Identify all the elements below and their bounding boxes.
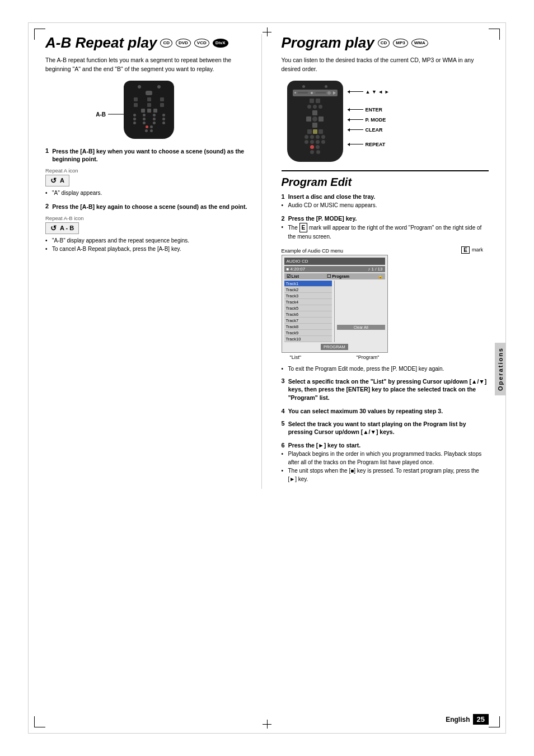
pe-step5-header: 5 Select the track you want to start pla… bbox=[282, 420, 489, 436]
step1-num: 1 bbox=[45, 147, 49, 166]
r-circle-row3 bbox=[293, 140, 338, 144]
rbtn5 bbox=[147, 103, 151, 107]
r-circ11 bbox=[153, 122, 156, 124]
r-circ1 bbox=[133, 114, 136, 116]
step2-icon-display: ↺ A - B bbox=[45, 222, 79, 234]
pe-step4-header: 4 You can select maximum 30 values by re… bbox=[282, 408, 489, 414]
pmode-label: P. MODE bbox=[348, 117, 390, 123]
track-row-8: Track8 bbox=[284, 324, 332, 330]
e-mark-row: E mark bbox=[461, 246, 483, 254]
pe-step6-num: 6 bbox=[282, 442, 285, 449]
repeat-icon: ↺ bbox=[50, 176, 57, 185]
program-remote bbox=[287, 81, 343, 162]
step-1: 1 Press the [A-B] key when you want to c… bbox=[45, 147, 253, 197]
cd-footer-program-btn[interactable]: PROGRAM bbox=[321, 344, 348, 350]
r-btn-row1 bbox=[293, 99, 338, 103]
remote-circles3 bbox=[129, 122, 168, 124]
step2-header: 2 Press the [A-B] key again to choose a … bbox=[45, 203, 253, 213]
ab-repeat-title-text: A-B Repeat play bbox=[45, 34, 157, 52]
dpad-up bbox=[312, 110, 317, 115]
r-c13 bbox=[316, 145, 320, 149]
prog-slot-5 bbox=[337, 305, 385, 311]
step1-icon-text: A bbox=[60, 177, 64, 184]
page-number-section: English 25 bbox=[446, 714, 489, 725]
ab-repeat-title: A-B Repeat play CD DVD VCD DivX bbox=[45, 34, 253, 52]
prog-slot-1 bbox=[337, 281, 385, 287]
cd-footer: PROGRAM bbox=[284, 344, 385, 350]
step1-bullets: "A" display appears. bbox=[45, 189, 253, 197]
rbtn4 bbox=[134, 103, 138, 107]
corner-mark-tr bbox=[489, 29, 500, 40]
r-c14 bbox=[310, 150, 314, 154]
pe-step4: 4 You can select maximum 30 values by re… bbox=[282, 408, 489, 414]
program-play-section: Program play CD MP3 WMA You can listen t… bbox=[282, 34, 489, 483]
pp-format-mp3: MP3 bbox=[393, 39, 407, 48]
r-row-last bbox=[293, 145, 338, 149]
pe-step3-num: 3 bbox=[282, 377, 285, 402]
r-c3 bbox=[318, 105, 322, 109]
r-b5 bbox=[318, 129, 323, 134]
rbtn-fwd bbox=[153, 109, 157, 113]
pp-format-cd: CD bbox=[378, 39, 390, 48]
r-circ15 bbox=[150, 129, 153, 132]
rbtn1 bbox=[134, 97, 138, 101]
step1-header: 1 Press the [A-B] key when you want to c… bbox=[45, 147, 253, 166]
r-c8 bbox=[305, 140, 308, 144]
pe-step1-bullets: Audio CD or MUSIC menu appears. bbox=[282, 201, 489, 209]
corner-mark-br bbox=[489, 716, 500, 727]
repeat-icon2: ↺ bbox=[50, 224, 57, 232]
cd-prog-col: Clear All bbox=[334, 281, 385, 342]
pe-step1-header: 1 Insert a disc and close the tray. bbox=[282, 193, 489, 200]
remote-dot-r bbox=[157, 85, 161, 88]
ab-label-text: A-B bbox=[96, 111, 106, 117]
track-row-6: Track6 bbox=[284, 311, 332, 318]
list-label: "List" bbox=[290, 354, 301, 360]
r-lcd bbox=[293, 90, 338, 96]
clear-line bbox=[348, 129, 363, 130]
r-circ12 bbox=[162, 122, 165, 124]
pe-step6-header: 6 Press the [►] key to start. bbox=[282, 442, 489, 449]
pe-step6-b2: The unit stops when the [■] key is press… bbox=[282, 466, 489, 483]
dpad-e4 bbox=[318, 123, 324, 128]
r-circle-row2 bbox=[293, 135, 338, 139]
cd-col-headers: ☑ List ☐ Program 🔒 bbox=[284, 273, 385, 279]
repeat-text: REPEAT bbox=[366, 142, 386, 147]
right-column: Program play CD MP3 WMA You can listen t… bbox=[279, 34, 489, 489]
step2-note-label: Repeat A-B icon bbox=[45, 215, 253, 221]
r-circ5 bbox=[133, 118, 136, 120]
r-circ8 bbox=[162, 118, 165, 120]
format-dvd: DVD bbox=[176, 39, 191, 48]
cd-sub-right: ♪ 1 / 13 bbox=[368, 267, 382, 272]
repeat-label: REPEAT bbox=[348, 142, 390, 147]
page-num-box: 25 bbox=[473, 714, 489, 725]
prog-slot-2 bbox=[337, 287, 385, 293]
enter-line bbox=[348, 109, 363, 110]
r-circ6 bbox=[143, 118, 146, 120]
r-c1 bbox=[307, 105, 311, 109]
step2-bullet1: "A-B" display appears and the repeat seq… bbox=[45, 236, 253, 245]
pe-step3-title: Select a specific track on the "List" by… bbox=[288, 377, 489, 402]
pmode-text: P. MODE bbox=[366, 117, 386, 123]
clear-all-btn[interactable]: Clear All bbox=[337, 325, 385, 330]
r-top-dots bbox=[293, 85, 338, 88]
dpad-right bbox=[318, 116, 324, 122]
program-play-intro: You can listen to the desired tracks of … bbox=[282, 56, 489, 74]
e-mark-text: mark bbox=[472, 247, 483, 253]
remote-body bbox=[124, 81, 174, 139]
r-c11 bbox=[321, 140, 325, 144]
pe-step3-header: 3 Select a specific track on the "List" … bbox=[282, 377, 489, 402]
cd-menu-labels: "List" "Program" bbox=[282, 354, 388, 360]
pp-format-wma: WMA bbox=[411, 39, 428, 48]
main-content: A-B Repeat play CD DVD VCD DivX The A-B … bbox=[45, 34, 489, 489]
page-border: A-B Repeat play CD DVD VCD DivX The A-B … bbox=[28, 22, 506, 734]
track-row-5: Track5 bbox=[284, 305, 332, 311]
cd-sub-left: ■ 4:20:07 bbox=[287, 267, 306, 272]
cd-menu-cols: Track1 Track2 Track3 Track4 Track5 Track… bbox=[284, 281, 385, 342]
remote-bottom bbox=[129, 129, 168, 132]
remote-dot-l bbox=[138, 85, 141, 88]
pmode-line bbox=[348, 119, 363, 120]
r-b3 bbox=[307, 129, 312, 134]
remote-ir bbox=[146, 91, 152, 95]
pe-step2-bullets: The E mark will appear to the right of t… bbox=[282, 223, 489, 241]
program-edit-title: Program Edit bbox=[282, 176, 489, 189]
